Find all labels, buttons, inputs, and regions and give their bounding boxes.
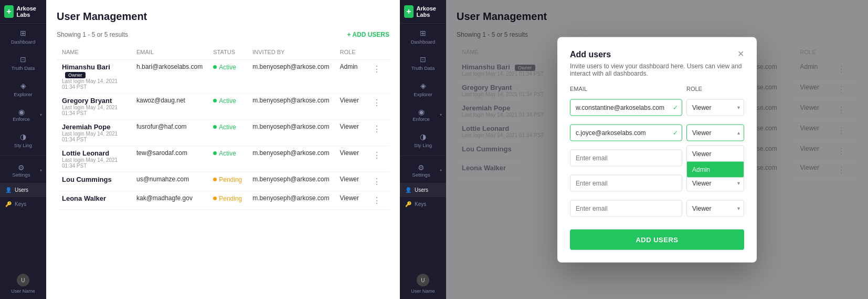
status-badge-5: Pending bbox=[213, 195, 242, 202]
last-login-1: Last login May 14, 2021 01:34 PST bbox=[62, 105, 126, 116]
cell-name-0: Himanshu Bari Owner Last login May 14, 2… bbox=[57, 60, 131, 94]
sidebar-right-truth-data[interactable]: ⊡ Truth Data bbox=[400, 50, 446, 76]
logo-area-right: Arkose Labs bbox=[400, 0, 446, 24]
sidebar-item-explorer[interactable]: ◈ Explorer bbox=[0, 76, 46, 102]
enforce-icon-r: ◉ bbox=[418, 108, 425, 116]
cell-role-5: Viewer bbox=[335, 191, 364, 210]
status-dot-0 bbox=[213, 65, 217, 69]
modal-title: Add users bbox=[570, 49, 611, 59]
email-input-4[interactable] bbox=[570, 174, 682, 191]
cell-invited-4: m.benyoseph@arkose.com bbox=[247, 172, 334, 191]
cell-email-3: tew@sarodaf.com bbox=[131, 146, 208, 172]
col-invited-by: INVITED BY bbox=[247, 45, 334, 60]
more-button-3[interactable]: ⋮ bbox=[369, 149, 384, 161]
cell-invited-5: m.benyoseph@arkose.com bbox=[247, 191, 334, 210]
dropdown-item-viewer[interactable]: Viewer bbox=[687, 146, 744, 161]
logo-text-right: Arkose Labs bbox=[417, 5, 442, 18]
sidebar-right-explorer[interactable]: ◈ Explorer bbox=[400, 76, 446, 102]
sidebar-left: Arkose Labs ⊞ Dashboard ⊡ Truth Data ◈ E… bbox=[0, 0, 46, 299]
sidebar-item-truth-data[interactable]: ⊡ Truth Data bbox=[0, 50, 46, 76]
truth-data-icon-r: ⊡ bbox=[420, 55, 426, 64]
cell-email-0: h.bari@arkoselabs.com bbox=[131, 60, 208, 94]
sidebar-right-users[interactable]: 👤 Users bbox=[400, 183, 446, 197]
role-select-wrap-5: Viewer Admin ▾ bbox=[686, 200, 744, 216]
sidebar-right-styling[interactable]: ◑ Sty Ling bbox=[400, 127, 446, 153]
more-button-1[interactable]: ⋮ bbox=[369, 97, 384, 109]
cell-more-5: ⋮ bbox=[364, 191, 389, 210]
add-users-button[interactable]: + ADD USERS bbox=[347, 31, 389, 38]
email-input-wrap-3 bbox=[570, 149, 682, 166]
col-name: NAME bbox=[57, 45, 131, 60]
cell-status-3: Active bbox=[208, 146, 247, 172]
email-input-3[interactable] bbox=[570, 149, 682, 166]
sidebar-item-styling[interactable]: ◑ Sty Ling bbox=[0, 127, 46, 153]
role-select-1[interactable]: Viewer Admin bbox=[686, 99, 744, 116]
status-badge-1: Active bbox=[213, 97, 236, 105]
cell-role-1: Viewer bbox=[335, 94, 364, 120]
more-button-4[interactable]: ⋮ bbox=[369, 176, 384, 188]
sidebar-item-settings[interactable]: ⚙ Settings ▾ bbox=[0, 158, 46, 183]
add-users-modal-button[interactable]: ADD USERS bbox=[570, 229, 744, 250]
role-select-wrap-1: Viewer Admin ▾ bbox=[686, 99, 744, 116]
cell-role-0: Admin bbox=[335, 60, 364, 94]
settings-chevron-r: ▾ bbox=[440, 168, 442, 173]
cell-more-3: ⋮ bbox=[364, 146, 389, 172]
keys-icon: 🔑 bbox=[5, 201, 12, 207]
keys-icon-r: 🔑 bbox=[405, 201, 411, 207]
sidebar-item-dashboard[interactable]: ⊞ Dashboard bbox=[0, 24, 46, 50]
keys-label: Keys bbox=[15, 201, 26, 207]
enforce-chevron: ▾ bbox=[40, 112, 42, 117]
sidebar-item-enforce[interactable]: ◉ Enforce ▾ bbox=[0, 102, 46, 127]
modal-columns-header: EMAIL ROLE bbox=[570, 85, 744, 95]
role-select-2[interactable]: Viewer Admin bbox=[686, 124, 744, 141]
users-label: Users bbox=[15, 187, 28, 193]
dropdown-item-admin[interactable]: Admin bbox=[687, 161, 744, 177]
sidebar-right-keys[interactable]: 🔑 Keys bbox=[400, 197, 446, 211]
owner-badge-0: Owner bbox=[65, 72, 86, 78]
enforce-label: Enforce bbox=[13, 116, 30, 122]
settings-icon-r: ⚙ bbox=[418, 163, 425, 172]
explorer-label: Explorer bbox=[14, 91, 32, 97]
more-button-5[interactable]: ⋮ bbox=[369, 194, 384, 207]
check-icon-1: ✓ bbox=[673, 104, 678, 111]
email-input-1[interactable] bbox=[570, 99, 682, 116]
sidebar-item-keys[interactable]: 🔑 Keys bbox=[0, 197, 46, 211]
sidebar-right-dashboard[interactable]: ⊞ Dashboard bbox=[400, 24, 446, 50]
enforce-inner: ◉ Enforce bbox=[4, 108, 38, 122]
status-badge-4: Pending bbox=[213, 176, 242, 183]
dashboard-icon-r: ⊞ bbox=[420, 29, 426, 37]
table-row: Lottie Leonard Last login May 14, 2021 0… bbox=[57, 146, 389, 172]
cell-name-1: Gregory Bryant Last login May 14, 2021 0… bbox=[57, 94, 131, 120]
email-input-wrap-5 bbox=[570, 200, 682, 216]
email-input-wrap-1: ✓ bbox=[570, 99, 682, 116]
sidebar-bottom: U User Name bbox=[9, 269, 37, 299]
modal-subtitle: Invite users to view your dashboard here… bbox=[570, 62, 744, 77]
users-icon: 👤 bbox=[5, 187, 12, 193]
sidebar-nav-right: ⊞ Dashboard ⊡ Truth Data ◈ Explorer ◉ En… bbox=[400, 24, 446, 269]
settings-chevron: ▾ bbox=[40, 168, 42, 173]
role-select-5[interactable]: Viewer Admin bbox=[686, 200, 744, 216]
modal-close-button[interactable]: ✕ bbox=[737, 49, 744, 58]
sidebar-item-users[interactable]: 👤 Users bbox=[0, 183, 46, 197]
add-users-modal: Add users ✕ Invite users to view your da… bbox=[557, 37, 757, 262]
status-dot-2 bbox=[213, 125, 217, 129]
cell-invited-0: m.benyoseph@arkose.com bbox=[247, 60, 334, 94]
sidebar-right-settings[interactable]: ⚙ Settings ▾ bbox=[400, 158, 446, 183]
email-input-5[interactable] bbox=[570, 200, 682, 216]
user-name-right: User Name bbox=[411, 288, 435, 294]
last-login-0: Last login May 14, 2021 01:34 PST bbox=[62, 78, 126, 90]
settings-label: Settings bbox=[12, 172, 30, 178]
cell-name-3: Lottie Leonard Last login May 14, 2021 0… bbox=[57, 146, 131, 172]
cell-invited-3: m.benyoseph@arkose.com bbox=[247, 146, 334, 172]
status-dot-4 bbox=[213, 178, 217, 181]
sidebar-right-enforce[interactable]: ◉ Enforce ▾ bbox=[400, 102, 446, 127]
more-button-2[interactable]: ⋮ bbox=[369, 123, 384, 135]
settings-inner: ⚙ Settings bbox=[4, 163, 38, 178]
main-content-left: User Management Showing 1 - 5 or 5 resul… bbox=[46, 0, 400, 299]
email-input-2[interactable] bbox=[570, 124, 682, 141]
truth-data-label: Truth Data bbox=[12, 65, 35, 71]
logo-text: Arkose Labs bbox=[17, 5, 42, 18]
table-row: Himanshu Bari Owner Last login May 14, 2… bbox=[57, 60, 389, 94]
more-button-0[interactable]: ⋮ bbox=[369, 63, 384, 75]
cell-email-5: kak@madhagfe.gov bbox=[131, 191, 208, 210]
